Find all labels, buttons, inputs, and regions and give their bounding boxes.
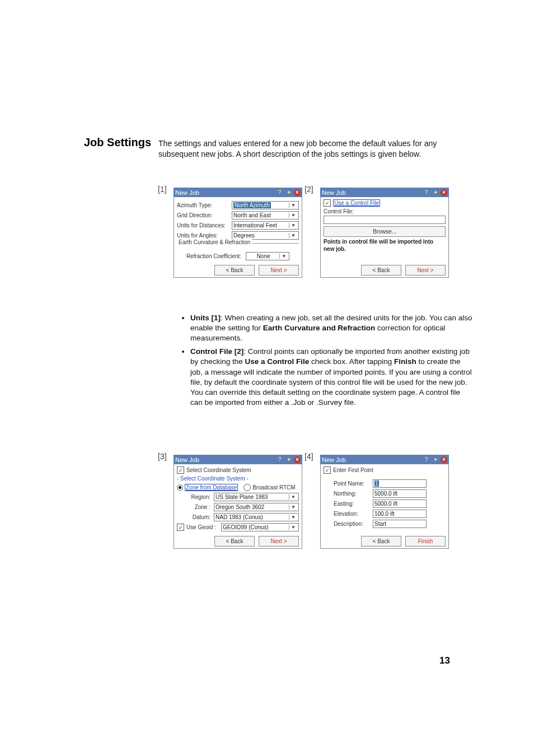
titlebar: New Job ? ✦ × [174,188,302,197]
chevron-down-icon: ▼ [289,213,297,218]
chevron-down-icon: ▼ [289,515,297,520]
zone-from-db-label[interactable]: Zone from Database [185,484,238,491]
window-title: New Job [322,189,346,196]
grid-direction-select[interactable]: North and East▼ [232,211,299,220]
settings-icon[interactable]: ✦ [285,189,292,196]
screenshot-3-coord-system: [3] New Job ? ✦ × ✓ Select Coordinate Sy… [174,455,302,549]
enter-first-point-label: Enter First Point [333,467,373,473]
region-label: Region: [185,494,210,500]
back-button[interactable]: < Back [214,265,255,276]
list-item: Control File [2]: Control points can opt… [190,347,473,408]
close-icon[interactable]: × [294,456,301,463]
description-list: Units [1]: When creating a new job, set … [168,313,473,412]
chevron-down-icon: ▼ [289,203,297,208]
import-note: Points in control file will be imported … [324,238,446,253]
easting-input[interactable]: 5000.0 ift [373,500,427,508]
window-title: New Job [175,189,199,196]
control-file-label: Control File: [324,208,446,214]
titlebar: New Job ? ✦ × [174,455,302,464]
zone-label: Zone : [185,504,210,510]
northing-input[interactable]: 5000.0 ift [373,489,427,498]
close-icon[interactable]: × [294,189,301,196]
northing-label: Northing: [334,491,373,497]
screenshot-tag: [4] [305,452,313,461]
close-icon[interactable]: × [441,456,447,463]
use-geoid-checkbox[interactable]: ✓ [177,524,184,531]
settings-icon[interactable]: ✦ [432,456,439,463]
enter-first-point-checkbox[interactable]: ✓ [324,466,331,474]
region-select[interactable]: US State Plane 1983▼ [214,493,299,501]
control-file-input[interactable] [324,216,446,224]
distance-units-select[interactable]: International Feet▼ [232,221,299,230]
point-name-label: Point Name: [334,480,373,487]
geoid-select[interactable]: GEOID99 (Conus)▼ [221,523,299,531]
next-button[interactable]: Next > [405,265,446,276]
broadcast-rtcm-radio[interactable] [243,484,251,491]
help-icon[interactable]: ? [276,189,283,196]
settings-icon[interactable]: ✦ [432,189,439,196]
azimuth-type-select[interactable]: North Azimuth▼ [232,201,299,209]
browse-button[interactable]: Browse... [324,226,446,237]
titlebar: New Job ? ✦ × [320,188,449,197]
help-icon[interactable]: ? [423,189,430,196]
description-label: Description: [334,521,373,527]
chevron-down-icon: ▼ [289,223,297,228]
back-button[interactable]: < Back [214,536,255,547]
select-coord-system-checkbox[interactable]: ✓ [177,466,184,474]
window-title: New Job [322,456,346,463]
description-input[interactable]: Start [373,520,427,528]
coord-system-subheader: - Select Coordinate System - [177,475,299,482]
screenshot-1-units: [1] New Job ? ✦ × Azimuth Type: North Az… [174,188,302,278]
zone-from-db-radio[interactable] [177,484,183,491]
page-number: 13 [439,655,450,666]
elevation-label: Elevation: [334,511,373,517]
back-button[interactable]: < Back [361,536,401,547]
list-item: Units [1]: When creating a new job, set … [190,313,473,344]
help-icon[interactable]: ? [423,456,430,463]
datum-select[interactable]: NAD 1983 (Conus)▼ [214,513,299,521]
settings-icon[interactable]: ✦ [285,456,292,463]
chevron-down-icon: ▼ [289,233,297,238]
back-button[interactable]: < Back [361,265,401,276]
elevation-input[interactable]: 100.0 ift [373,510,427,518]
azimuth-type-label: Azimuth Type: [177,202,232,208]
close-icon[interactable]: × [441,189,447,196]
zone-select[interactable]: Oregon South 3602▼ [214,503,299,511]
next-button[interactable]: Next > [259,265,299,276]
refraction-coeff-label: Refraction Coefficient: [186,253,241,259]
screenshot-tag: [1] [158,185,167,194]
help-icon[interactable]: ? [276,456,283,463]
grid-direction-label: Grid Direction: [177,212,232,218]
distance-units-label: Units for Distances: [177,222,232,228]
screenshot-4-first-point: [4] New Job ? ✦ × ✓ Enter First Point Po… [320,455,449,549]
finish-button[interactable]: Finish [405,536,446,547]
angle-units-select[interactable]: Degrees▼ [232,231,299,240]
next-button[interactable]: Next > [259,536,299,547]
chevron-down-icon: ▼ [279,254,288,259]
datum-label: Datum: [185,514,210,520]
section-heading: Job Settings [84,136,151,149]
chevron-down-icon: ▼ [289,505,297,510]
angle-units-label: Units for Angles: [177,232,232,239]
titlebar: New Job ? ✦ × [320,455,449,464]
use-geoid-label: Use Geoid : [186,524,219,530]
earth-curvature-group: Earth Curvature & Refraction [177,243,299,250]
window-title: New Job [175,456,199,463]
use-control-file-label[interactable]: Use a Control File [333,199,380,207]
refraction-coeff-select[interactable]: None▼ [246,252,289,260]
point-name-input[interactable]: 1 [373,479,427,488]
use-control-file-checkbox[interactable]: ✓ [324,199,331,207]
easting-label: Easting: [334,501,373,507]
select-coord-system-label: Select Coordinate System [186,467,251,473]
chevron-down-icon: ▼ [289,494,297,500]
chevron-down-icon: ▼ [289,525,297,530]
section-intro: The settings and values entered for a ne… [158,138,449,160]
broadcast-rtcm-label: Broadcast RTCM [252,484,296,491]
screenshot-tag: [2] [305,185,313,194]
screenshot-2-control-file: [2] New Job ? ✦ × ✓ Use a Control File C… [320,188,449,278]
screenshot-tag: [3] [158,452,167,461]
